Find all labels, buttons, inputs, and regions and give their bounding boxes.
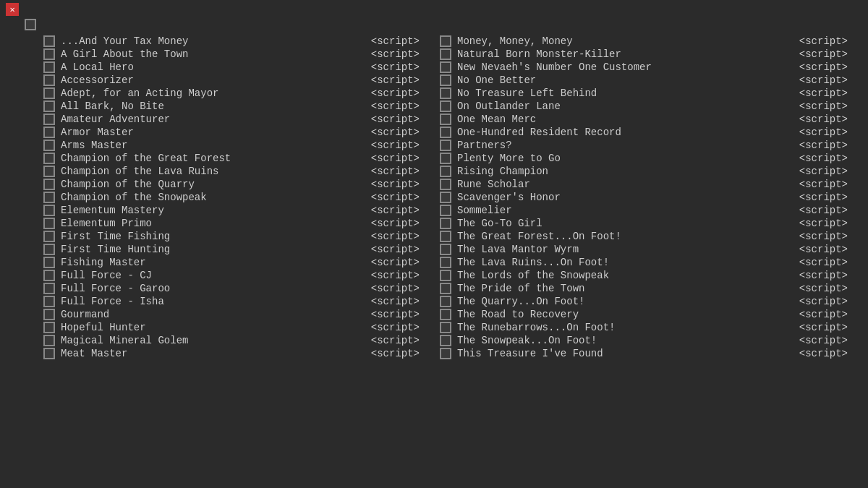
achievement-script: <script> [799, 283, 862, 294]
achievement-name: Rune Scholar [457, 179, 793, 190]
achievement-checkbox[interactable] [43, 322, 55, 333]
achievement-name: Champion of the Snowpeak [61, 192, 365, 203]
achievement-checkbox[interactable] [440, 257, 451, 268]
achievement-name: Plenty More to Go [457, 153, 793, 164]
achievement-checkbox[interactable] [440, 283, 451, 294]
achievement-checkbox[interactable] [43, 114, 55, 125]
enable-checkbox[interactable] [6, 3, 19, 16]
table-row: All Bark, No Bite<script> [6, 100, 434, 113]
achievement-checkbox[interactable] [43, 283, 55, 294]
achievement-checkbox[interactable] [43, 100, 55, 112]
achievement-checkbox[interactable] [43, 192, 55, 203]
table-row: The Road to Recovery<script> [434, 308, 862, 321]
achievement-checkbox[interactable] [43, 140, 55, 151]
table-row: Armor Master<script> [6, 126, 434, 139]
achievement-script: <script> [371, 205, 434, 216]
achievement-checkbox[interactable] [43, 244, 55, 255]
achievement-checkbox[interactable] [440, 100, 451, 112]
achievement-script: <script> [371, 335, 434, 346]
achievement-checkbox[interactable] [43, 61, 55, 73]
achievement-checkbox[interactable] [440, 48, 451, 60]
table-row: Champion of the Lava Ruins<script> [6, 165, 434, 178]
table-row: A Local Hero<script> [6, 61, 434, 74]
achievement-checkbox[interactable] [440, 153, 451, 164]
achievement-checkbox[interactable] [440, 74, 451, 86]
achievement-checkbox[interactable] [440, 231, 451, 242]
achievement-checkbox[interactable] [43, 87, 55, 99]
achievement-name: Champion of the Quarry [61, 179, 365, 190]
achievement-checkbox[interactable] [440, 140, 451, 151]
table-row: Plenty More to Go<script> [434, 152, 862, 165]
achievement-checkbox[interactable] [43, 205, 55, 216]
achievement-checkbox[interactable] [43, 166, 55, 177]
achievement-checkbox[interactable] [43, 231, 55, 242]
achievement-checkbox[interactable] [440, 335, 451, 346]
achievement-script: <script> [371, 348, 434, 359]
achievement-checkbox[interactable] [440, 127, 451, 138]
achievement-script: <script> [799, 244, 862, 255]
table-row: Champion of the Snowpeak<script> [6, 191, 434, 204]
achievement-script: <script> [799, 335, 862, 346]
achievement-name: Scavenger's Honor [457, 192, 793, 203]
achievement-checkbox[interactable] [43, 257, 55, 268]
achievement-checkbox[interactable] [43, 179, 55, 190]
achievement-script: <script> [371, 244, 434, 255]
achievement-name: One-Hundred Resident Record [457, 127, 793, 138]
achievement-checkbox[interactable] [43, 270, 55, 281]
achievement-checkbox[interactable] [43, 296, 55, 307]
achievement-checkbox[interactable] [43, 218, 55, 229]
table-row: Full Force - Garoo<script> [6, 282, 434, 295]
achievement-checkbox[interactable] [440, 309, 451, 320]
achievement-checkbox[interactable] [440, 179, 451, 190]
achievement-script: <script> [799, 218, 862, 229]
achievement-script: <script> [799, 270, 862, 281]
achievement-checkbox[interactable] [43, 153, 55, 164]
table-row: Amateur Adventurer<script> [6, 113, 434, 126]
achievement-checkbox[interactable] [43, 335, 55, 346]
achievement-checkbox[interactable] [43, 348, 55, 359]
achievement-checkbox[interactable] [43, 127, 55, 138]
achievement-checkbox[interactable] [440, 35, 451, 47]
achievement-checkbox[interactable] [440, 348, 451, 359]
achievement-name: Natural Born Monster-Killer [457, 48, 793, 60]
achievement-script: <script> [799, 100, 862, 112]
achievement-checkbox[interactable] [440, 87, 451, 99]
achievement-checkbox[interactable] [43, 74, 55, 86]
achievement-checkbox[interactable] [43, 48, 55, 60]
achievement-script: <script> [799, 322, 862, 333]
achievement-name: Accessorizer [61, 74, 365, 86]
table-row: The Quarry...On Foot!<script> [434, 295, 862, 308]
achievement-checkbox[interactable] [440, 192, 451, 203]
table-row: One-Hundred Resident Record<script> [434, 126, 862, 139]
table-row: The Snowpeak...On Foot!<script> [434, 334, 862, 347]
achievement-script: <script> [371, 192, 434, 203]
achievement-script: <script> [799, 35, 862, 47]
achievement-checkbox[interactable] [440, 166, 451, 177]
achievement-name: First Time Hunting [61, 244, 365, 255]
main-container: ...And Your Tax Money<script>A Girl Abou… [0, 0, 868, 488]
achievement-checkbox[interactable] [440, 114, 451, 125]
achievement-checkbox[interactable] [440, 205, 451, 216]
achievement-script: <script> [371, 61, 434, 73]
achievement-name: Full Force - Garoo [61, 283, 365, 294]
left-column: ...And Your Tax Money<script>A Girl Abou… [6, 35, 434, 360]
achievement-checkbox[interactable] [440, 270, 451, 281]
achievement-checkbox[interactable] [440, 218, 451, 229]
achievement-checkbox[interactable] [43, 309, 55, 320]
table-row: Adept, for an Acting Mayor<script> [6, 87, 434, 100]
table-row: First Time Fishing<script> [6, 230, 434, 243]
achievement-checkbox[interactable] [43, 35, 55, 47]
table-row: The Lava Ruins...On Foot!<script> [434, 256, 862, 269]
achievement-name: First Time Fishing [61, 231, 365, 242]
table-row: First Time Hunting<script> [6, 243, 434, 256]
table-row: This Treasure I've Found<script> [434, 347, 862, 360]
achievement-checkbox[interactable] [440, 296, 451, 307]
achievement-checkbox[interactable] [440, 61, 451, 73]
table-row: Rune Scholar<script> [434, 178, 862, 191]
table-row: No Treasure Left Behind<script> [434, 87, 862, 100]
achievement-checkbox[interactable] [440, 322, 451, 333]
achievement-name: No One Better [457, 74, 793, 86]
table-row: Sommelier<script> [434, 204, 862, 217]
achievements-checkbox[interactable] [25, 19, 36, 30]
achievement-checkbox[interactable] [440, 244, 451, 255]
